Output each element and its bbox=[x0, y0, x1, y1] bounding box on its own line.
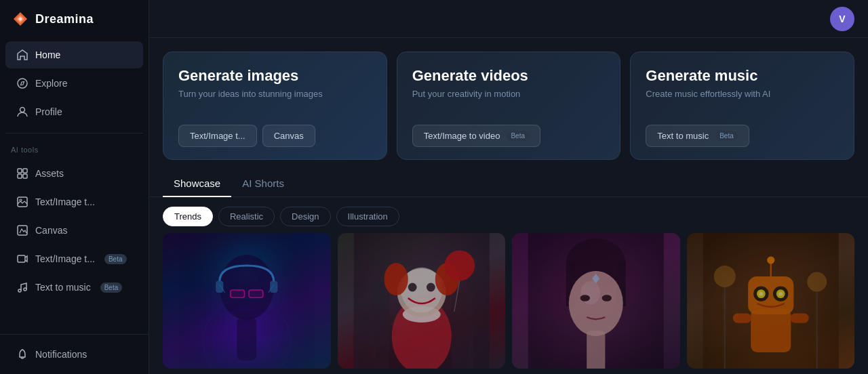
svg-point-56 bbox=[753, 286, 768, 301]
svg-rect-6 bbox=[18, 197, 27, 207]
sidebar-bottom: Notifications bbox=[0, 334, 149, 374]
svg-point-50 bbox=[713, 266, 735, 287]
generate-music-title: Generate music bbox=[646, 67, 839, 85]
svg-point-57 bbox=[772, 286, 787, 301]
svg-rect-15 bbox=[216, 280, 223, 293]
gallery-item-1[interactable] bbox=[163, 233, 331, 369]
generate-images-card: Generate images Turn your ideas into stu… bbox=[163, 51, 387, 160]
sidebar-item-assets-label: Assets bbox=[35, 168, 64, 179]
gallery bbox=[149, 233, 868, 374]
svg-point-29 bbox=[391, 298, 451, 369]
svg-point-32 bbox=[401, 267, 442, 312]
svg-point-47 bbox=[593, 307, 599, 311]
filter-illustration[interactable]: Illustration bbox=[336, 207, 399, 226]
svg-rect-4 bbox=[18, 174, 22, 178]
sidebar-item-textimage2[interactable]: Text/Image t... Beta bbox=[5, 245, 143, 272]
canvas-icon bbox=[16, 224, 28, 236]
user-avatar[interactable]: V bbox=[830, 7, 854, 31]
text-image-to-video-button[interactable]: Text/Image to video Beta bbox=[412, 125, 540, 147]
generate-images-subtitle: Turn your ideas into stunning images bbox=[178, 89, 372, 99]
svg-line-19 bbox=[220, 285, 225, 293]
generate-music-subtitle: Create music effortlessly with AI bbox=[646, 89, 839, 99]
svg-rect-16 bbox=[270, 280, 277, 293]
sidebar-item-texttomusic[interactable]: Text to music Beta bbox=[5, 274, 143, 301]
sidebar-item-textimage1[interactable]: Text/Image t... bbox=[5, 188, 143, 215]
filter-realistic[interactable]: Realistic bbox=[218, 207, 275, 226]
svg-point-46 bbox=[602, 295, 612, 302]
sidebar-item-notifications[interactable]: Notifications bbox=[5, 341, 143, 368]
text-to-music-button[interactable]: Text to music Beta bbox=[646, 125, 749, 147]
svg-rect-27 bbox=[451, 293, 473, 369]
svg-point-60 bbox=[759, 291, 763, 295]
tools-nav: Assets Text/Image t... Canvas Text/Image… bbox=[0, 157, 149, 304]
svg-rect-3 bbox=[23, 169, 27, 173]
logo-text: Dreamina bbox=[35, 12, 94, 26]
svg-point-35 bbox=[408, 283, 416, 292]
svg-rect-39 bbox=[528, 233, 664, 369]
svg-point-7 bbox=[20, 199, 22, 201]
canvas-button[interactable]: Canvas bbox=[262, 125, 315, 147]
svg-point-31 bbox=[397, 268, 446, 317]
svg-line-38 bbox=[454, 280, 459, 312]
generate-videos-card: Generate videos Put your creativity in m… bbox=[397, 51, 621, 160]
svg-point-22 bbox=[214, 309, 279, 369]
svg-point-36 bbox=[426, 283, 435, 292]
sidebar-item-assets[interactable]: Assets bbox=[5, 160, 143, 187]
generate-videos-subtitle: Put your creativity in motion bbox=[412, 89, 606, 99]
music-beta-badge: Beta bbox=[715, 131, 738, 141]
tabs-area: Showcase AI Shorts bbox=[149, 171, 868, 197]
sidebar: Dreamina Home Explore Profile AI tools bbox=[0, 0, 149, 374]
svg-rect-64 bbox=[732, 313, 751, 323]
textimage2-beta-badge: Beta bbox=[104, 254, 127, 264]
svg-rect-24 bbox=[353, 233, 489, 369]
svg-point-1 bbox=[20, 108, 25, 112]
svg-rect-5 bbox=[23, 174, 27, 178]
svg-point-34 bbox=[435, 263, 458, 295]
svg-rect-12 bbox=[179, 233, 315, 369]
svg-line-20 bbox=[269, 285, 274, 293]
svg-point-11 bbox=[24, 288, 26, 291]
svg-rect-65 bbox=[790, 313, 808, 323]
generate-images-buttons: Text/Image t... Canvas bbox=[178, 125, 372, 147]
gallery-item-2-art bbox=[338, 233, 506, 369]
sidebar-item-explore-label: Explore bbox=[35, 78, 67, 89]
sidebar-item-home-label: Home bbox=[35, 49, 60, 60]
svg-rect-41 bbox=[566, 263, 575, 306]
svg-rect-26 bbox=[372, 282, 389, 369]
sidebar-item-home[interactable]: Home bbox=[5, 41, 143, 68]
tab-showcase[interactable]: Showcase bbox=[163, 171, 231, 197]
cards-area: Generate images Turn your ideas into stu… bbox=[149, 38, 868, 171]
tab-ai-shorts[interactable]: AI Shorts bbox=[231, 171, 295, 197]
gallery-item-3[interactable] bbox=[512, 233, 680, 369]
sidebar-item-profile[interactable]: Profile bbox=[5, 98, 143, 125]
svg-rect-42 bbox=[617, 263, 626, 306]
dreamina-logo-icon bbox=[11, 9, 30, 28]
text-image-button[interactable]: Text/Image t... bbox=[178, 125, 257, 147]
svg-point-33 bbox=[384, 263, 408, 295]
nav-separator-1 bbox=[5, 133, 143, 133]
svg-point-61 bbox=[778, 291, 782, 295]
svg-point-0 bbox=[18, 79, 27, 88]
main-nav: Home Explore Profile bbox=[0, 38, 149, 129]
svg-rect-2 bbox=[18, 169, 22, 173]
sidebar-item-explore[interactable]: Explore bbox=[5, 70, 143, 97]
svg-rect-18 bbox=[249, 290, 263, 297]
user-icon bbox=[16, 106, 28, 118]
sidebar-item-canvas[interactable]: Canvas bbox=[5, 217, 143, 244]
svg-point-10 bbox=[18, 289, 21, 292]
svg-point-59 bbox=[776, 289, 785, 298]
text-image-to-video-label: Text/Image to video bbox=[424, 131, 500, 141]
gallery-item-2[interactable] bbox=[338, 233, 506, 369]
svg-point-44 bbox=[580, 280, 600, 304]
generate-videos-buttons: Text/Image to video Beta bbox=[412, 125, 606, 147]
svg-rect-17 bbox=[231, 290, 245, 297]
gallery-item-4[interactable] bbox=[687, 233, 855, 369]
svg-point-40 bbox=[566, 238, 626, 287]
grid-icon bbox=[16, 167, 28, 180]
svg-point-30 bbox=[402, 306, 440, 323]
generate-music-card: Generate music Create music effortlessly… bbox=[630, 51, 854, 160]
filter-trends[interactable]: Trends bbox=[163, 207, 213, 226]
filter-design[interactable]: Design bbox=[280, 207, 330, 226]
sidebar-item-textimage1-label: Text/Image t... bbox=[35, 196, 95, 207]
generate-videos-title: Generate videos bbox=[412, 67, 606, 85]
